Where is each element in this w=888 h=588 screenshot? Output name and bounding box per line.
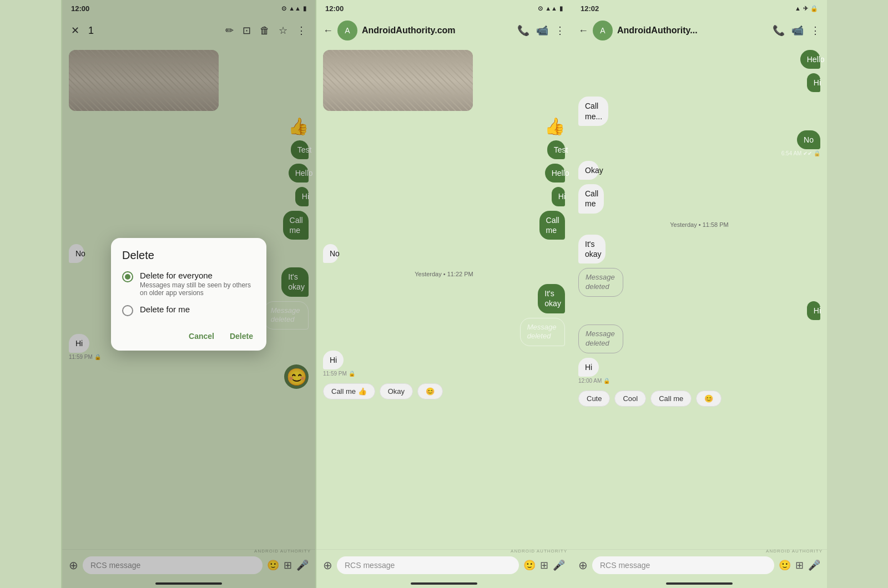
option-everyone-text: Delete for everyone Messages may still b… (140, 271, 255, 297)
radio-inner-everyone (125, 274, 130, 280)
sticker-icon-2[interactable]: ⊞ (540, 559, 548, 571)
msg-bubble: No (797, 130, 820, 149)
msg-row: Message deleted (578, 325, 820, 353)
sticker-icon-3[interactable]: ⊞ (795, 559, 804, 571)
message-input-2[interactable]: RCS message (337, 556, 519, 574)
phone-icon-3[interactable]: 📞 (773, 24, 785, 37)
wifi-icon: ▲ (795, 5, 801, 12)
status-time-3: 12:02 (581, 4, 599, 13)
add-icon-2[interactable]: ⊕ (323, 559, 332, 572)
more-icon-2[interactable]: ⋮ (555, 24, 565, 37)
avatar-letter-3: A (600, 26, 605, 35)
deleted-msg-bubble: Message deleted (520, 318, 565, 347)
add-icon-3[interactable]: ⊕ (578, 559, 588, 572)
thumbs-up-emoji-2: 👍 (544, 116, 565, 136)
avatar-letter-2: A (345, 26, 350, 35)
phone-frame-2: 12:00 ⊙ ▲▲ ▮ ← A AndroidAuthority.com 📞 … (316, 0, 572, 588)
msg-bubble: Hi (552, 187, 565, 206)
quick-replies-2: Call me 👍 Okay 😊 (323, 381, 565, 401)
msg-row: No 6:54 AM ✔✔ 🔒 (578, 130, 820, 156)
msg-row: No (323, 244, 565, 263)
msg-time: 12:00 AM 🔒 (578, 378, 610, 384)
delete-everyone-option[interactable]: Delete for everyone Messages may still b… (122, 271, 255, 297)
back-icon-3[interactable]: ← (578, 25, 588, 37)
video-icon-2[interactable]: 📹 (536, 24, 548, 37)
msg-row: Message deleted (578, 268, 820, 297)
msg-row: Hello (578, 50, 820, 69)
chip-okay[interactable]: Okay (380, 383, 413, 399)
lock-icon: 🔒 (810, 5, 818, 12)
status-bar-2: 12:00 ⊙ ▲▲ ▮ (316, 0, 572, 16)
msg-bubble: No (323, 244, 338, 263)
emoji-icon-3[interactable]: 🙂 (779, 559, 791, 571)
msg-row: Hi 11:59 PM 🔒 (323, 351, 565, 377)
chip-cute[interactable]: Cute (578, 391, 610, 407)
chip-smiley[interactable]: 😊 (417, 383, 443, 399)
home-indicator-3 (666, 582, 733, 585)
option-me-text: Delete for me (140, 305, 255, 314)
chat-toolbar-3: ← A AndroidAuthority... 📞 📹 ⋮ (572, 16, 827, 45)
chip-call-me[interactable]: Call me 👍 (323, 383, 375, 399)
status-icons-2: ⊙ ▲▲ ▮ (538, 5, 563, 12)
watermark-2: ANDROID AUTHORITY (511, 549, 567, 554)
video-icon-3[interactable]: 📹 (791, 24, 804, 37)
watermark-3: ANDROID AUTHORITY (766, 549, 823, 554)
back-icon-2[interactable]: ← (323, 25, 333, 37)
msg-bubble: Hi (323, 351, 344, 369)
msg-row: Hi (578, 301, 820, 320)
msg-row: Hi 12:00 AM 🔒 (578, 358, 820, 384)
delete-me-option[interactable]: Delete for me (122, 305, 255, 316)
msg-bubble: Hi (807, 73, 820, 92)
msg-bubble: It's okay (578, 235, 606, 263)
deleted-msg-bubble: Message deleted (578, 325, 623, 353)
msg-bubble: Hi (578, 358, 599, 377)
sync-icon-2: ⊙ (538, 5, 543, 12)
radio-me[interactable] (122, 305, 133, 316)
cancel-button[interactable]: Cancel (186, 328, 216, 344)
date-divider-2: Yesterday • 11:22 PM (323, 271, 565, 277)
contact-name-3[interactable]: AndroidAuthority... (617, 26, 768, 36)
toolbar-action-icons-2: 📞 📹 ⋮ (517, 24, 565, 37)
msg-row: Message deleted (323, 318, 565, 347)
voice-icon-2[interactable]: 🎤 (553, 559, 565, 571)
emoji-icon-2[interactable]: 🙂 (523, 559, 536, 571)
msg-row: Hello (323, 164, 565, 183)
more-icon-3[interactable]: ⋮ (810, 24, 820, 37)
msg-time: 6:54 AM ✔✔ 🔒 (781, 150, 820, 156)
msg-bubble: Call me (539, 211, 565, 240)
msg-time: 11:59 PM 🔒 (323, 371, 355, 377)
msg-bubble: Hello (800, 50, 820, 69)
msg-bubble: It's okay (538, 284, 565, 313)
msg-row: Test (323, 140, 565, 159)
msg-row: Call me... (578, 97, 820, 125)
home-indicator-2 (411, 582, 477, 585)
message-input-3[interactable]: RCS message (592, 556, 774, 574)
phone-icon-2[interactable]: 📞 (517, 24, 529, 37)
chip-call-me-3[interactable]: Call me (650, 391, 692, 407)
voice-icon-3[interactable]: 🎤 (808, 559, 820, 571)
battery-icon-2: ▮ (559, 5, 563, 12)
contact-name-2[interactable]: AndroidAuthority.com (362, 26, 513, 36)
msg-row: Hi (578, 73, 820, 92)
phone-frame-3: 12:02 ▲ ✈ 🔒 ← A AndroidAuthority... 📞 📹 … (572, 0, 827, 588)
delete-button[interactable]: Delete (228, 328, 255, 344)
status-bar-3: 12:02 ▲ ✈ 🔒 (572, 0, 827, 16)
deleted-msg-bubble: Message deleted (578, 268, 623, 297)
msg-bubble: Hello (545, 164, 565, 183)
msg-row: It's okay (578, 235, 820, 263)
toolbar-action-icons-3: 📞 📹 ⋮ (773, 24, 820, 37)
phone-frame-1: 12:00 ⊙ ▲▲ ▮ ✕ 1 ✏ ⊡ 🗑 ☆ ⋮ 👍 Test (61, 0, 316, 588)
option-me-label: Delete for me (140, 305, 255, 314)
status-icons-3: ▲ ✈ 🔒 (795, 5, 818, 12)
date-divider-3: Yesterday • 11:58 PM (578, 221, 820, 228)
chip-smiley-3[interactable]: 😊 (696, 391, 722, 407)
delete-dialog: Delete Delete for everyone Messages may … (111, 238, 266, 351)
chat-area-3: Hello Hi Call me... No 6:54 AM ✔✔ 🔒 Okay (572, 45, 827, 549)
dialog-actions: Cancel Delete (122, 324, 255, 344)
contact-avatar-2: A (337, 21, 357, 40)
msg-row: Call me (323, 211, 565, 240)
radio-everyone[interactable] (122, 271, 133, 282)
msg-row: Call me (578, 184, 820, 213)
msg-bubble: Hi (807, 301, 820, 320)
chip-cool[interactable]: Cool (614, 391, 646, 407)
